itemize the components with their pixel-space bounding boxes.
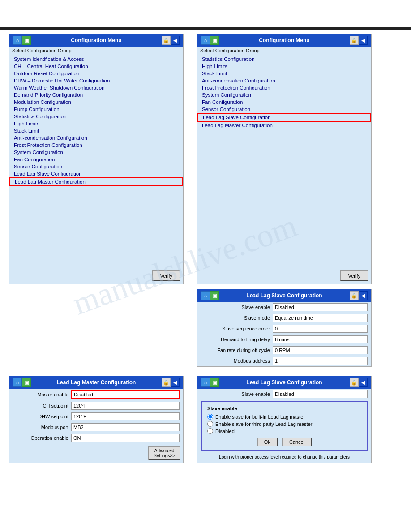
lock-icon-slave[interactable]: 🔒 xyxy=(350,291,359,300)
menu-item-left-3[interactable]: DHW – Domestic Hot Water Configuration xyxy=(9,77,183,84)
home-icon-right[interactable]: ⌂ xyxy=(201,36,210,45)
menu-item-right-6[interactable]: Fan Configuration xyxy=(197,99,371,106)
top-bar xyxy=(0,27,411,30)
menu-item-right-9[interactable]: Lead Lag Master Configuration xyxy=(197,122,371,129)
master-config-form: Master enable Disabled CH setpoint 120ºF… xyxy=(9,389,183,443)
master-field-row-1: CH setpoint 120ºF xyxy=(9,400,183,411)
panel-config-menu-left: ⌂ ▣ Configuration Menu 🔒 ◀ Select Config… xyxy=(9,34,184,284)
advanced-settings-button[interactable]: AdvancedSettings>> xyxy=(148,446,180,460)
menu-item-left-9[interactable]: High Limits xyxy=(9,120,183,127)
slave-field-row-1: Slave mode Equalize run time xyxy=(197,313,371,323)
slave-field-row-2: Slave sequence order 0 xyxy=(197,323,371,334)
verify-container-left: Verify xyxy=(9,268,183,284)
page-container: ⌂ ▣ Configuration Menu 🔒 ◀ Select Config… xyxy=(0,34,411,463)
menu-item-right-3[interactable]: Anti-condensation Configuration xyxy=(197,77,371,84)
arrow-icon-master[interactable]: ◀ xyxy=(171,378,180,387)
slave-enable-dialog: Slave enable Enable slave for built-in L… xyxy=(201,401,368,451)
home-icon-slave-dialog[interactable]: ⌂ xyxy=(201,378,210,387)
home-icon-master[interactable]: ⌂ xyxy=(13,378,22,387)
menu-item-left-4[interactable]: Warm Weather Shutdown Configuration xyxy=(9,84,183,91)
settings-icon-master[interactable]: ▣ xyxy=(22,378,31,387)
home-icon-left[interactable]: ⌂ xyxy=(13,36,22,45)
panel-header-slave-dialog: ⌂ ▣ Lead Lag Slave Configuration 🔒 ◀ xyxy=(197,376,371,389)
menu-item-right-2[interactable]: Stack Limit xyxy=(197,70,371,77)
slave-field-value-1: Equalize run time xyxy=(273,314,368,322)
radio-option-0[interactable] xyxy=(207,414,213,420)
slave-field-value-3: 6 mins xyxy=(273,335,368,343)
menu-item-left-11[interactable]: Anti-condensation Configuration xyxy=(9,134,183,142)
slave-enable-label-dialog: Slave enable xyxy=(201,391,273,397)
dialog-cancel-button[interactable]: Cancel xyxy=(282,438,312,446)
lock-icon-slave-dialog[interactable]: 🔒 xyxy=(350,378,359,387)
menu-item-left-6[interactable]: Modulation Configuration xyxy=(9,99,183,106)
menu-item-left-14[interactable]: Fan Configuration xyxy=(9,156,183,163)
slave-field-row-0: Slave enable Disabled xyxy=(197,302,371,313)
menu-list-left: System Identification & AccessCH – Centr… xyxy=(9,55,183,268)
slave-field-value-0: Disabled xyxy=(273,303,368,311)
menu-item-left-12[interactable]: Frost Protection Configuration xyxy=(9,142,183,149)
panel-title-master: Lead Lag Master Configuration xyxy=(31,379,162,386)
dialog-option-2[interactable]: Disabled xyxy=(207,428,361,434)
master-field-row-0: Master enable Disabled xyxy=(9,389,183,400)
menu-item-right-0[interactable]: Statistics Configuration xyxy=(197,56,371,63)
lock-icon-right[interactable]: 🔒 xyxy=(350,36,359,45)
menu-item-right-8[interactable]: Lead Lag Slave Configuration xyxy=(197,113,371,122)
radio-option-2[interactable] xyxy=(207,428,213,434)
home-icon-slave[interactable]: ⌂ xyxy=(201,291,210,300)
menu-item-left-1[interactable]: CH – Central Heat Configuration xyxy=(9,63,183,70)
arrow-icon-left[interactable]: ◀ xyxy=(171,36,180,45)
panel-header-right: ⌂ ▣ Configuration Menu 🔒 ◀ xyxy=(197,34,371,47)
slave-field-label-3: Demand to firing delay xyxy=(201,337,273,342)
radio-label-0: Enable slave for built-in Lead Lag maste… xyxy=(215,414,305,420)
radio-option-1[interactable] xyxy=(207,421,213,427)
arrow-icon-slave-dialog[interactable]: ◀ xyxy=(359,378,368,387)
lock-icon-master[interactable]: 🔒 xyxy=(162,378,171,387)
menu-item-left-5[interactable]: Demand Priority Configuration xyxy=(9,91,183,99)
dialog-option-1[interactable]: Enable slave for third party Lead Lag ma… xyxy=(207,421,361,427)
panel-header-master: ⌂ ▣ Lead Lag Master Configuration 🔒 ◀ xyxy=(9,376,183,389)
lock-icon-left[interactable]: 🔒 xyxy=(162,36,171,45)
settings-icon-left[interactable]: ▣ xyxy=(22,36,31,45)
slave-field-label-0: Slave enable xyxy=(201,305,273,310)
verify-button-left[interactable]: Verify xyxy=(152,270,180,281)
menu-item-left-7[interactable]: Pump Configuration xyxy=(9,106,183,113)
dialog-ok-button[interactable]: Ok xyxy=(257,438,278,446)
advanced-btn-container: AdvancedSettings>> xyxy=(9,443,183,463)
panel-slave-config: ⌂ ▣ Lead Lag Slave Configuration 🔒 ◀ Sla… xyxy=(197,289,372,367)
settings-icon-slave-dialog[interactable]: ▣ xyxy=(210,378,219,387)
menu-item-left-2[interactable]: Outdoor Reset Configuration xyxy=(9,70,183,77)
menu-item-left-13[interactable]: System Configuration xyxy=(9,149,183,156)
arrow-icon-right[interactable]: ◀ xyxy=(359,36,368,45)
settings-icon-slave[interactable]: ▣ xyxy=(210,291,219,300)
master-field-value-2: 120ºF xyxy=(71,412,180,420)
dialog-option-0[interactable]: Enable slave for built-in Lead Lag maste… xyxy=(207,414,361,420)
slave-field-value-4: 0 RPM xyxy=(273,346,368,354)
menu-item-left-17[interactable]: Lead Lag Master Configuration xyxy=(9,177,183,186)
master-field-row-2: DHW setpoint 120ºF xyxy=(9,411,183,422)
panel-header-slave: ⌂ ▣ Lead Lag Slave Configuration 🔒 ◀ xyxy=(197,289,371,302)
panel-title-left: Configuration Menu xyxy=(31,37,162,43)
panel-master-config: ⌂ ▣ Lead Lag Master Configuration 🔒 ◀ Ma… xyxy=(9,376,184,463)
master-field-label-4: Operation enable xyxy=(13,435,71,441)
arrow-icon-slave[interactable]: ◀ xyxy=(359,291,368,300)
slave-enable-value-dialog: Disabled xyxy=(273,390,368,398)
menu-item-left-8[interactable]: Statistics Configuration xyxy=(9,113,183,120)
login-notice: Login with proper access level required … xyxy=(197,453,371,461)
menu-item-left-16[interactable]: Lead Lag Slave Configuration xyxy=(9,170,183,177)
menu-item-right-5[interactable]: System Configuration xyxy=(197,91,371,99)
panel-title-slave-dialog: Lead Lag Slave Configuration xyxy=(219,379,350,386)
verify-button-right[interactable]: Verify xyxy=(340,270,368,281)
menu-item-left-15[interactable]: Sensor Configuration xyxy=(9,163,183,170)
menu-item-right-7[interactable]: Sensor Configuration xyxy=(197,106,371,113)
menu-item-right-1[interactable]: High Limits xyxy=(197,63,371,70)
menu-item-left-10[interactable]: Stack Limit xyxy=(9,127,183,134)
master-field-value-4: ON xyxy=(71,434,180,442)
settings-icon-right[interactable]: ▣ xyxy=(210,36,219,45)
menu-item-left-0[interactable]: System Identification & Access xyxy=(9,56,183,63)
slave-field-value-5: 1 xyxy=(273,357,368,365)
slave-field-label-1: Slave mode xyxy=(201,315,273,321)
dialog-title: Slave enable xyxy=(207,406,361,411)
menu-item-right-4[interactable]: Frost Protection Configuration xyxy=(197,84,371,91)
slave-field-label-5: Modbus address xyxy=(201,358,273,364)
menu-list-right: Statistics ConfigurationHigh LimitsStack… xyxy=(197,55,371,268)
